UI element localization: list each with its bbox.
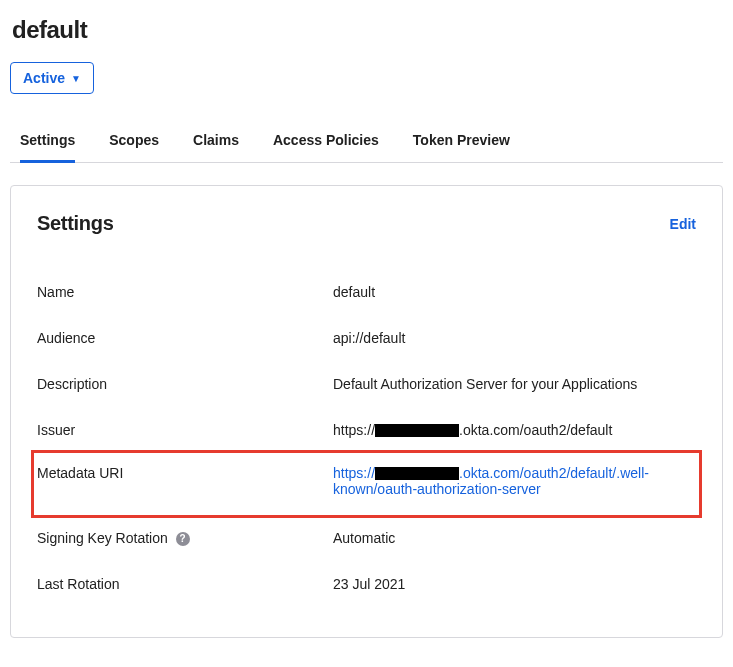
tab-settings[interactable]: Settings <box>20 122 75 163</box>
label-issuer: Issuer <box>37 422 333 438</box>
metadata-prefix: https:// <box>333 465 375 481</box>
status-label: Active <box>23 70 65 86</box>
chevron-down-icon: ▼ <box>71 73 81 84</box>
value-last-rotation: 23 Jul 2021 <box>333 576 696 592</box>
row-name: Name default <box>37 269 696 315</box>
edit-button[interactable]: Edit <box>670 216 696 232</box>
help-icon[interactable]: ? <box>176 532 190 546</box>
panel-title: Settings <box>37 212 114 235</box>
label-metadata-uri: Metadata URI <box>37 465 333 481</box>
issuer-prefix: https:// <box>333 422 375 438</box>
label-last-rotation: Last Rotation <box>37 576 333 592</box>
issuer-suffix: .okta.com/oauth2/default <box>459 422 612 438</box>
tab-token-preview[interactable]: Token Preview <box>413 122 510 163</box>
value-description: Default Authorization Server for your Ap… <box>333 376 696 392</box>
settings-panel: Settings Edit Name default Audience api:… <box>10 185 723 638</box>
page-title: default <box>12 16 723 44</box>
tabs: Settings Scopes Claims Access Policies T… <box>10 122 723 163</box>
row-issuer: Issuer https://.okta.com/oauth2/default <box>37 407 696 453</box>
label-description: Description <box>37 376 333 392</box>
value-name: default <box>333 284 696 300</box>
signing-key-rotation-text: Signing Key Rotation <box>37 530 168 546</box>
status-dropdown[interactable]: Active ▼ <box>10 62 94 94</box>
row-description: Description Default Authorization Server… <box>37 361 696 407</box>
row-last-rotation: Last Rotation 23 Jul 2021 <box>37 561 696 607</box>
tab-access-policies[interactable]: Access Policies <box>273 122 379 163</box>
label-signing-key-rotation: Signing Key Rotation ? <box>37 530 333 546</box>
row-signing-key-rotation: Signing Key Rotation ? Automatic <box>37 515 696 561</box>
value-metadata-uri: https://.okta.com/oauth2/default/.well-k… <box>333 465 696 497</box>
row-audience: Audience api://default <box>37 315 696 361</box>
label-name: Name <box>37 284 333 300</box>
label-audience: Audience <box>37 330 333 346</box>
redacted-block <box>375 424 459 437</box>
metadata-uri-link[interactable]: https://.okta.com/oauth2/default/.well-k… <box>333 465 649 497</box>
row-metadata-uri: Metadata URI https://.okta.com/oauth2/de… <box>31 450 702 518</box>
value-signing-key-rotation: Automatic <box>333 530 696 546</box>
redacted-block <box>375 467 459 480</box>
tab-scopes[interactable]: Scopes <box>109 122 159 163</box>
value-audience: api://default <box>333 330 696 346</box>
value-issuer: https://.okta.com/oauth2/default <box>333 422 696 438</box>
tab-claims[interactable]: Claims <box>193 122 239 163</box>
